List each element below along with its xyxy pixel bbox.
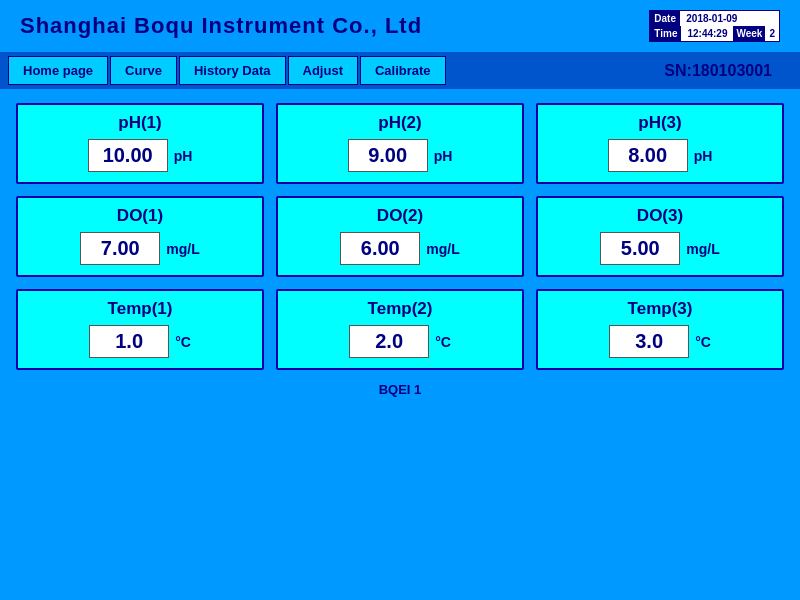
sensor-label-temp2: Temp(2)	[368, 299, 433, 319]
sensor-value-row-temp3: 3.0°C	[609, 325, 711, 358]
sensor-card-ph2: pH(2)9.00pH	[276, 103, 524, 184]
week-value: 2	[765, 26, 779, 41]
date-row: Date 2018-01-09	[650, 11, 779, 26]
sensor-value-temp3: 3.0	[609, 325, 689, 358]
sensor-value-do3: 5.00	[600, 232, 680, 265]
sensor-card-do3: DO(3)5.00mg/L	[536, 196, 784, 277]
week-label: Week	[733, 26, 765, 41]
sensor-card-do1: DO(1)7.00mg/L	[16, 196, 264, 277]
sensor-value-row-do1: 7.00mg/L	[80, 232, 199, 265]
footer-text: BQEI 1	[379, 382, 422, 397]
nav-btn-adjust[interactable]: Adjust	[288, 56, 358, 85]
sensor-label-temp3: Temp(3)	[628, 299, 693, 319]
sensor-value-row-do3: 5.00mg/L	[600, 232, 719, 265]
date-value: 2018-01-09	[680, 11, 779, 26]
sensor-label-do1: DO(1)	[117, 206, 163, 226]
sensor-label-do2: DO(2)	[377, 206, 423, 226]
sensor-unit-ph1: pH	[174, 148, 193, 164]
sensor-value-temp1: 1.0	[89, 325, 169, 358]
sensor-value-temp2: 2.0	[349, 325, 429, 358]
sensor-card-ph1: pH(1)10.00pH	[16, 103, 264, 184]
sensor-label-ph3: pH(3)	[638, 113, 681, 133]
sensor-value-row-ph3: 8.00pH	[608, 139, 713, 172]
sensor-value-ph3: 8.00	[608, 139, 688, 172]
sensor-unit-do2: mg/L	[426, 241, 459, 257]
time-label: Time	[650, 26, 681, 41]
sensor-unit-do1: mg/L	[166, 241, 199, 257]
sensor-label-ph2: pH(2)	[378, 113, 421, 133]
sensor-label-temp1: Temp(1)	[108, 299, 173, 319]
datetime-panel: Date 2018-01-09 Time 12:44:29 Week 2	[649, 10, 780, 42]
sensor-value-row-do2: 6.00mg/L	[340, 232, 459, 265]
sensor-unit-ph3: pH	[694, 148, 713, 164]
sensor-unit-temp2: °C	[435, 334, 451, 350]
navbar: Home pageCurveHistory DataAdjustCalibrat…	[0, 52, 800, 89]
sensor-unit-temp3: °C	[695, 334, 711, 350]
sensor-grid: pH(1)10.00pHpH(2)9.00pHpH(3)8.00pHDO(1)7…	[0, 89, 800, 378]
sensor-label-ph1: pH(1)	[118, 113, 161, 133]
nav-btn-home[interactable]: Home page	[8, 56, 108, 85]
sensor-value-do2: 6.00	[340, 232, 420, 265]
sensor-value-row-temp2: 2.0°C	[349, 325, 451, 358]
nav-btn-calibrate[interactable]: Calibrate	[360, 56, 446, 85]
footer: BQEI 1	[0, 378, 800, 401]
time-row: Time 12:44:29 Week 2	[650, 26, 779, 41]
sensor-value-row-temp1: 1.0°C	[89, 325, 191, 358]
sensor-value-row-ph1: 10.00pH	[88, 139, 193, 172]
header: Shanghai Boqu Instrument Co., Ltd Date 2…	[0, 0, 800, 52]
sensor-card-temp1: Temp(1)1.0°C	[16, 289, 264, 370]
sensor-value-row-ph2: 9.00pH	[348, 139, 453, 172]
sensor-card-do2: DO(2)6.00mg/L	[276, 196, 524, 277]
nav-btn-history[interactable]: History Data	[179, 56, 286, 85]
sensor-label-do3: DO(3)	[637, 206, 683, 226]
sn-label: SN:180103001	[664, 62, 792, 80]
nav-btn-curve[interactable]: Curve	[110, 56, 177, 85]
app-title: Shanghai Boqu Instrument Co., Ltd	[20, 13, 422, 39]
sensor-value-ph2: 9.00	[348, 139, 428, 172]
time-value: 12:44:29	[681, 26, 733, 41]
sensor-value-do1: 7.00	[80, 232, 160, 265]
sensor-card-temp3: Temp(3)3.0°C	[536, 289, 784, 370]
sensor-unit-temp1: °C	[175, 334, 191, 350]
date-label: Date	[650, 11, 680, 26]
sensor-value-ph1: 10.00	[88, 139, 168, 172]
sensor-card-ph3: pH(3)8.00pH	[536, 103, 784, 184]
sensor-card-temp2: Temp(2)2.0°C	[276, 289, 524, 370]
sensor-unit-ph2: pH	[434, 148, 453, 164]
sensor-unit-do3: mg/L	[686, 241, 719, 257]
